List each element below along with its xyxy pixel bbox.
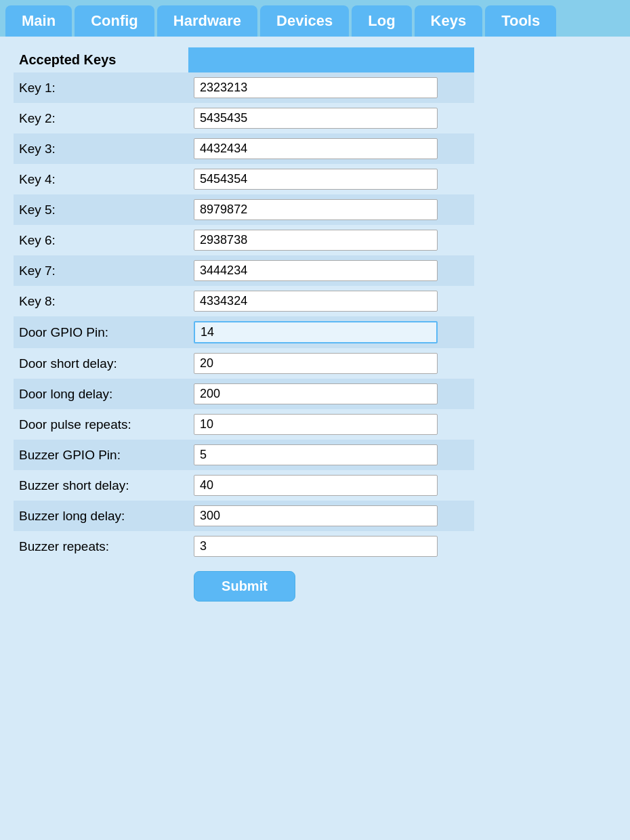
submit-empty-cell <box>14 562 188 611</box>
submit-row: Submit <box>14 562 474 611</box>
door-pulse-repeats-cell <box>188 409 474 440</box>
door-long-delay-label: Door long delay: <box>14 379 188 409</box>
form-row-key7: Key 7: <box>14 255 474 286</box>
buzzer-gpio-pin-label: Buzzer GPIO Pin: <box>14 440 188 470</box>
key3-label: Key 3: <box>14 133 188 164</box>
form-row-key1: Key 1: <box>14 72 474 103</box>
form-row-buzzer-repeats: Buzzer repeats: <box>14 531 474 562</box>
form-row-key5: Key 5: <box>14 194 474 225</box>
nav-tab-tools[interactable]: Tools <box>485 5 556 37</box>
key5-cell <box>188 194 474 225</box>
key5-input[interactable] <box>194 199 438 220</box>
door-gpio-pin-input[interactable] <box>194 321 438 343</box>
door-short-delay-input[interactable] <box>194 353 438 374</box>
key4-cell <box>188 164 474 194</box>
nav-tab-config[interactable]: Config <box>75 5 154 37</box>
form-row-buzzer-long-delay: Buzzer long delay: <box>14 501 474 531</box>
buzzer-repeats-label: Buzzer repeats: <box>14 531 188 562</box>
buzzer-long-delay-input[interactable] <box>194 505 438 526</box>
form-table: Accepted Keys Key 1:Key 2:Key 3:Key 4:Ke… <box>14 47 474 611</box>
header-blue-cell <box>188 47 474 72</box>
door-pulse-repeats-input[interactable] <box>194 414 438 435</box>
door-gpio-pin-label: Door GPIO Pin: <box>14 316 188 348</box>
key3-input[interactable] <box>194 138 438 159</box>
key2-input[interactable] <box>194 108 438 129</box>
buzzer-short-delay-input[interactable] <box>194 475 438 496</box>
buzzer-gpio-pin-cell <box>188 440 474 470</box>
nav-tab-hardware[interactable]: Hardware <box>157 5 257 37</box>
form-row-door-short-delay: Door short delay: <box>14 348 474 379</box>
nav-tab-devices[interactable]: Devices <box>260 5 349 37</box>
submit-cell: Submit <box>188 562 474 611</box>
nav-tab-log[interactable]: Log <box>352 5 411 37</box>
form-row-key6: Key 6: <box>14 225 474 255</box>
door-short-delay-cell <box>188 348 474 379</box>
buzzer-long-delay-cell <box>188 501 474 531</box>
buzzer-gpio-pin-input[interactable] <box>194 444 438 465</box>
header-row: Accepted Keys <box>14 47 474 72</box>
nav-tab-keys[interactable]: Keys <box>415 5 483 37</box>
submit-button[interactable]: Submit <box>194 571 295 602</box>
form-row-key3: Key 3: <box>14 133 474 164</box>
form-row-buzzer-short-delay: Buzzer short delay: <box>14 470 474 501</box>
key8-cell <box>188 286 474 316</box>
form-row-key8: Key 8: <box>14 286 474 316</box>
buzzer-long-delay-label: Buzzer long delay: <box>14 501 188 531</box>
nav-bar: MainConfigHardwareDevicesLogKeysTools <box>0 0 630 37</box>
key2-cell <box>188 103 474 133</box>
door-long-delay-cell <box>188 379 474 409</box>
key2-label: Key 2: <box>14 103 188 133</box>
key7-cell <box>188 255 474 286</box>
key4-label: Key 4: <box>14 164 188 194</box>
key7-label: Key 7: <box>14 255 188 286</box>
form-row-key4: Key 4: <box>14 164 474 194</box>
accepted-keys-label: Accepted Keys <box>14 47 188 72</box>
key6-cell <box>188 225 474 255</box>
main-content: Accepted Keys Key 1:Key 2:Key 3:Key 4:Ke… <box>0 37 630 622</box>
door-short-delay-label: Door short delay: <box>14 348 188 379</box>
key1-label: Key 1: <box>14 72 188 103</box>
nav-tab-main[interactable]: Main <box>5 5 72 37</box>
key1-cell <box>188 72 474 103</box>
form-row-door-gpio-pin: Door GPIO Pin: <box>14 316 474 348</box>
door-pulse-repeats-label: Door pulse repeats: <box>14 409 188 440</box>
form-row-door-pulse-repeats: Door pulse repeats: <box>14 409 474 440</box>
key6-input[interactable] <box>194 230 438 251</box>
key3-cell <box>188 133 474 164</box>
door-gpio-pin-cell <box>188 316 474 348</box>
key5-label: Key 5: <box>14 194 188 225</box>
buzzer-short-delay-cell <box>188 470 474 501</box>
key7-input[interactable] <box>194 260 438 281</box>
key6-label: Key 6: <box>14 225 188 255</box>
buzzer-short-delay-label: Buzzer short delay: <box>14 470 188 501</box>
key1-input[interactable] <box>194 77 438 98</box>
form-row-door-long-delay: Door long delay: <box>14 379 474 409</box>
form-row-buzzer-gpio-pin: Buzzer GPIO Pin: <box>14 440 474 470</box>
buzzer-repeats-cell <box>188 531 474 562</box>
key4-input[interactable] <box>194 169 438 190</box>
door-long-delay-input[interactable] <box>194 383 438 404</box>
buzzer-repeats-input[interactable] <box>194 536 438 557</box>
key8-label: Key 8: <box>14 286 188 316</box>
form-row-key2: Key 2: <box>14 103 474 133</box>
key8-input[interactable] <box>194 291 438 312</box>
